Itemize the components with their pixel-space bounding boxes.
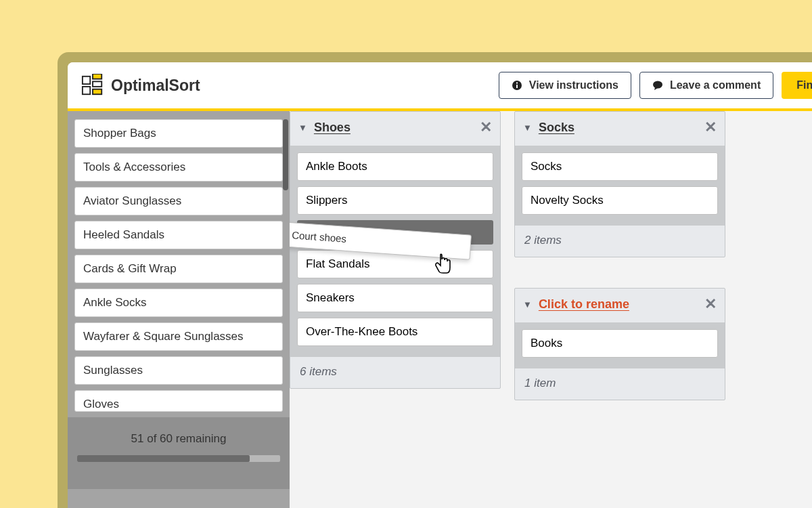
- svg-rect-4: [93, 89, 102, 95]
- collapse-icon[interactable]: ▼: [523, 299, 532, 310]
- group-item-count: 1 item: [515, 368, 725, 400]
- app-window: OptimalSort View instructions Leave a co…: [68, 62, 812, 508]
- app-title: OptimalSort: [111, 77, 200, 95]
- collapse-icon[interactable]: ▼: [298, 123, 307, 133]
- group-body[interactable]: Socks Novelty Socks: [515, 146, 725, 226]
- close-icon[interactable]: ✕: [704, 119, 717, 136]
- group-title[interactable]: Shoes: [314, 121, 351, 135]
- scrollbar-thumb[interactable]: [283, 119, 288, 190]
- view-instructions-label: View instructions: [529, 79, 618, 91]
- group-title[interactable]: Socks: [539, 121, 574, 135]
- svg-rect-3: [93, 81, 102, 87]
- close-icon[interactable]: ✕: [480, 119, 492, 136]
- info-icon: [512, 80, 522, 91]
- unsorted-card[interactable]: Shopper Bags: [74, 119, 283, 148]
- svg-rect-7: [516, 83, 518, 84]
- svg-rect-1: [83, 87, 90, 94]
- progress-track: [77, 455, 280, 462]
- remaining-text: 51 of 60 remaining: [131, 432, 227, 445]
- app-logo: OptimalSort: [81, 74, 200, 97]
- unsorted-card[interactable]: Tools & Accessories: [74, 153, 283, 182]
- unsorted-sidebar: Shopper Bags Tools & Accessories Aviator…: [68, 111, 290, 508]
- leave-comment-label: Leave a comment: [670, 79, 761, 91]
- progress-fill: [77, 455, 250, 462]
- finished-button[interactable]: Finished: [782, 72, 812, 99]
- collapse-icon[interactable]: ▼: [523, 123, 532, 133]
- group-item-count: 2 items: [515, 226, 725, 257]
- close-icon[interactable]: ✕: [704, 295, 717, 313]
- group-card[interactable]: Novelty Socks: [522, 186, 718, 215]
- app-frame: OptimalSort View instructions Leave a co…: [58, 52, 812, 508]
- group-card[interactable]: Sneakers: [297, 284, 493, 312]
- group-title-rename[interactable]: Click to rename: [539, 297, 629, 312]
- top-bar: OptimalSort View instructions Leave a co…: [68, 62, 812, 111]
- group-card[interactable]: Slippers: [297, 186, 493, 215]
- group-card[interactable]: Books: [522, 329, 718, 358]
- top-bar-actions: View instructions Leave a comment Finish…: [499, 72, 812, 99]
- remaining-bar: 51 of 60 remaining: [68, 417, 290, 489]
- group-card[interactable]: Ankle Boots: [297, 152, 493, 181]
- group-card[interactable]: Over-The-Knee Boots: [297, 318, 493, 346]
- group-untitled[interactable]: ▼ Click to rename ✕ Books 1 item: [514, 288, 725, 400]
- unsorted-card[interactable]: Ankle Socks: [74, 289, 283, 317]
- comment-icon: [652, 80, 663, 91]
- svg-rect-6: [516, 85, 518, 88]
- unsorted-card[interactable]: Heeled Sandals: [74, 221, 283, 249]
- group-socks[interactable]: ▼ Socks ✕ Socks Novelty Socks 2 items: [514, 111, 725, 257]
- leave-comment-button[interactable]: Leave a comment: [639, 72, 773, 99]
- unsorted-card[interactable]: Wayfarer & Square Sunglasses: [74, 322, 283, 351]
- svg-point-8: [653, 81, 662, 89]
- optimalsort-logo-icon: [81, 74, 104, 97]
- view-instructions-button[interactable]: View instructions: [499, 72, 631, 99]
- unsorted-card[interactable]: Cards & Gift Wrap: [74, 255, 283, 283]
- group-item-count: 6 items: [290, 357, 500, 388]
- workspace: Shopper Bags Tools & Accessories Aviator…: [68, 111, 812, 508]
- group-card[interactable]: Socks: [522, 152, 718, 181]
- unsorted-card[interactable]: Aviator Sunglasses: [74, 187, 283, 215]
- unsorted-card[interactable]: Gloves: [74, 390, 283, 412]
- unsorted-card-list: Shopper Bags Tools & Accessories Aviator…: [68, 111, 290, 417]
- svg-rect-0: [83, 77, 90, 84]
- svg-rect-2: [93, 74, 102, 79]
- sorting-canvas[interactable]: ▼ Shoes ✕ Ankle Boots Slippers Flat Sand…: [290, 111, 812, 508]
- unsorted-card[interactable]: Sunglasses: [74, 356, 283, 385]
- group-body[interactable]: Books: [515, 322, 725, 368]
